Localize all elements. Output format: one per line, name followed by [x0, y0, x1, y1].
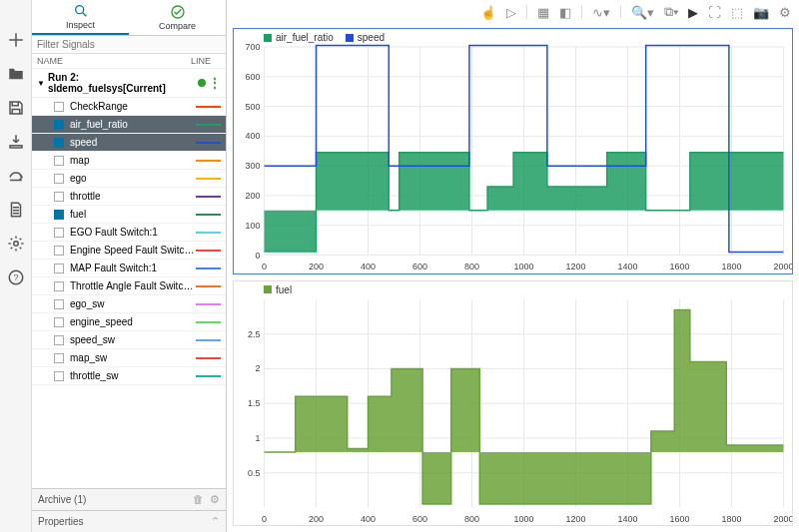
fit-view-icon[interactable]: ⛶: [708, 5, 721, 20]
expand-triangle-icon: ▼: [37, 79, 45, 88]
signal-row[interactable]: Throttle Angle Fault Switch:1: [32, 277, 226, 295]
svg-text:2.5: 2.5: [248, 328, 260, 338]
svg-text:700: 700: [246, 42, 261, 52]
svg-text:200: 200: [246, 191, 261, 201]
signal-name: MAP Fault Switch:1: [70, 263, 196, 273]
signal-row[interactable]: MAP Fault Switch:1: [32, 260, 226, 277]
svg-text:400: 400: [361, 262, 376, 271]
legend-item: air_fuel_ratio: [264, 32, 334, 43]
gear-icon[interactable]: [6, 234, 26, 254]
legend-label: air_fuel_ratio: [276, 32, 334, 43]
camera-icon[interactable]: 📷: [753, 5, 769, 20]
signal-row[interactable]: engine_speed: [32, 313, 226, 331]
signal-checkbox[interactable]: [54, 317, 64, 327]
svg-text:600: 600: [412, 513, 427, 523]
eraser-icon[interactable]: ◧: [559, 5, 571, 20]
plot-bottom[interactable]: 02004006008001000120014001600180020000.5…: [233, 280, 793, 527]
signal-name: map: [70, 155, 196, 166]
archive-gear-icon[interactable]: ⚙: [210, 493, 220, 506]
signal-checkbox[interactable]: [54, 353, 64, 363]
zoom-region-icon[interactable]: ⧉▾: [664, 4, 678, 20]
filter-signals-input[interactable]: [32, 36, 226, 54]
signal-checkbox[interactable]: [54, 192, 64, 202]
add-icon[interactable]: [6, 30, 26, 50]
tab-inspect[interactable]: Inspect: [32, 0, 129, 35]
run-row[interactable]: ▼ Run 2: sldemo_fuelsys[Current] ⋮: [32, 69, 226, 98]
column-name: NAME: [37, 56, 191, 66]
signal-row[interactable]: fuel: [32, 206, 226, 224]
signal-row[interactable]: throttle_sw: [32, 367, 226, 385]
signal-checkbox[interactable]: [54, 264, 64, 273]
plot-settings-icon[interactable]: ⚙: [779, 5, 791, 20]
signal-row[interactable]: speed: [32, 134, 226, 152]
svg-point-0: [13, 242, 18, 247]
archive-row[interactable]: Archive (1) 🗑 ⚙: [32, 488, 226, 510]
trash-icon[interactable]: 🗑: [193, 493, 204, 506]
signal-checkbox[interactable]: [54, 335, 64, 345]
svg-text:1000: 1000: [514, 513, 534, 523]
signal-checkbox[interactable]: [54, 120, 64, 130]
svg-text:800: 800: [464, 513, 479, 523]
plot-toolbar: ☝ ▷ ▦ ◧ ∿▾ 🔍▾ ⧉▾ ▶ ⛶ ⬚ 📷 ⚙: [227, 0, 799, 24]
pointer-icon[interactable]: ▶: [688, 5, 698, 20]
svg-text:400: 400: [361, 513, 376, 523]
properties-label: Properties: [38, 516, 84, 527]
legend-label: speed: [358, 32, 385, 43]
signal-row[interactable]: EGO Fault Switch:1: [32, 224, 226, 242]
signal-name: ego_sw: [70, 298, 196, 309]
line-color-sample: [196, 178, 221, 180]
svg-point-3: [75, 6, 83, 14]
tab-compare-label: Compare: [159, 21, 196, 31]
signal-checkbox[interactable]: [54, 102, 64, 112]
import-icon[interactable]: [6, 132, 26, 152]
signal-row[interactable]: air_fuel_ratio: [32, 116, 226, 134]
signal-name: air_fuel_ratio: [70, 119, 196, 130]
signal-row[interactable]: Engine Speed Fault Switch:1: [32, 242, 226, 260]
document-icon[interactable]: [6, 200, 26, 220]
signal-checkbox[interactable]: [54, 174, 64, 184]
signal-checkbox[interactable]: [54, 281, 64, 291]
svg-text:2000: 2000: [773, 262, 792, 271]
signal-name: EGO Fault Switch:1: [70, 227, 196, 238]
signal-row[interactable]: ego: [32, 170, 226, 188]
properties-row[interactable]: Properties ⌃: [32, 510, 226, 532]
signal-checkbox[interactable]: [54, 246, 64, 256]
signal-row[interactable]: map: [32, 152, 226, 170]
signal-row[interactable]: ego_sw: [32, 295, 226, 313]
signal-row[interactable]: speed_sw: [32, 331, 226, 349]
signal-checkbox[interactable]: [54, 371, 64, 381]
help-icon[interactable]: ?: [6, 267, 26, 287]
signal-checkbox[interactable]: [54, 299, 64, 309]
signal-list: CheckRangeair_fuel_ratiospeedmapegothrot…: [32, 98, 226, 488]
zoom-icon[interactable]: 🔍▾: [631, 5, 654, 20]
signal-wave-icon[interactable]: ∿▾: [592, 5, 610, 20]
grid-layout-icon[interactable]: ▦: [537, 5, 549, 20]
signal-name: engine_speed: [70, 316, 196, 327]
signal-checkbox[interactable]: [54, 156, 64, 166]
fingerprint-icon[interactable]: ☝: [480, 5, 496, 20]
line-color-sample: [196, 214, 221, 216]
signal-row[interactable]: CheckRange: [32, 98, 226, 116]
line-color-sample: [196, 250, 221, 252]
line-color-sample: [196, 232, 221, 234]
tab-compare[interactable]: Compare: [129, 0, 226, 35]
search-icon: [73, 3, 89, 19]
play-icon[interactable]: ▷: [506, 5, 516, 20]
export-icon[interactable]: [6, 166, 26, 186]
signal-checkbox[interactable]: [54, 210, 64, 220]
save-icon[interactable]: [6, 98, 26, 118]
svg-text:1200: 1200: [565, 513, 585, 523]
run-menu-icon[interactable]: ⋮: [209, 77, 221, 89]
signal-checkbox[interactable]: [54, 228, 64, 238]
signal-row[interactable]: throttle: [32, 188, 226, 206]
svg-text:0: 0: [262, 513, 267, 523]
signal-row[interactable]: map_sw: [32, 349, 226, 367]
line-color-sample: [196, 196, 221, 198]
fullscreen-icon[interactable]: ⬚: [731, 5, 743, 20]
folder-icon[interactable]: [6, 64, 26, 84]
line-color-sample: [196, 357, 221, 359]
run-label: Run 2: sldemo_fuelsys[Current]: [48, 72, 198, 94]
signal-checkbox[interactable]: [54, 138, 64, 148]
plot-top[interactable]: 0200400600800100012001400160018002000010…: [233, 28, 793, 274]
signal-name: fuel: [70, 209, 196, 220]
